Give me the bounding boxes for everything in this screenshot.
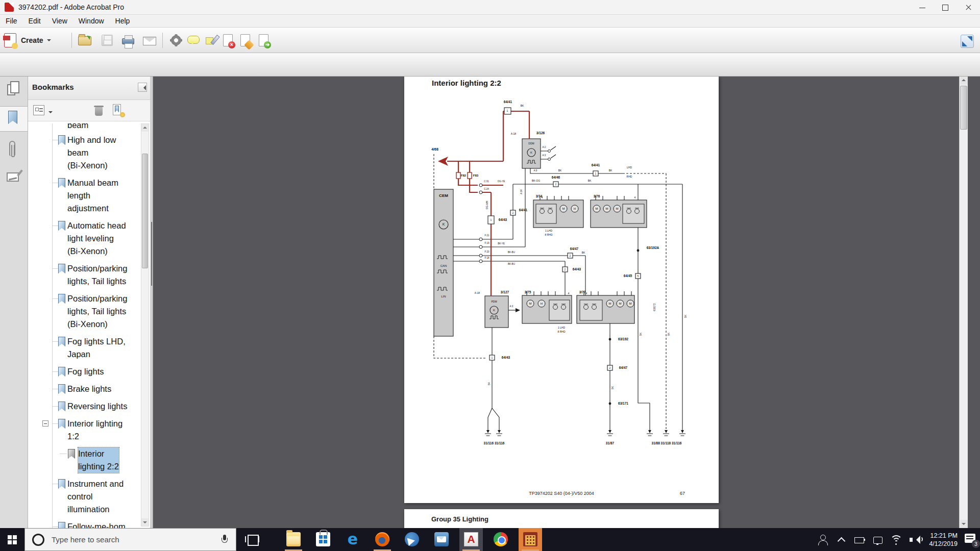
bookmark-item[interactable]: Position/parking lights, Tail lights	[28, 262, 140, 288]
bookmark-item[interactable]: beam	[28, 123, 140, 132]
task-view-button[interactable]	[244, 532, 261, 547]
menu-edit[interactable]: Edit	[23, 15, 46, 27]
export-page-button[interactable]: ➜	[255, 32, 273, 48]
save-button[interactable]	[99, 32, 116, 48]
diagram-label: BK	[667, 333, 670, 336]
show-hidden-icons-chevron[interactable]	[835, 533, 848, 546]
pdf-next-page: Group 35 Lighting	[404, 509, 719, 528]
create-button[interactable]: Create	[4, 32, 66, 49]
taskbar-file-explorer[interactable]	[282, 528, 305, 551]
diagram-label: A:2	[543, 146, 546, 148]
bookmark-item[interactable]: Brake lights	[28, 383, 140, 395]
diagram-label: 64/47	[619, 366, 627, 369]
bookmark-label: Manual beam length adjustment	[67, 178, 118, 213]
diagram-label: F:19	[484, 242, 489, 244]
people-icon[interactable]	[816, 533, 829, 546]
taskbar-search-box[interactable]: Type here to search	[24, 528, 236, 551]
scrollbar-thumb[interactable]	[142, 154, 148, 268]
bookmark-label: Reversing lights	[67, 402, 127, 411]
bookmark-item[interactable]: Interior lighting 2:2	[28, 447, 140, 473]
diagram-label: 3/76	[594, 194, 600, 198]
bookmark-item[interactable]: Automatic head light leveling (Bi-Xenon)	[28, 219, 140, 258]
doc-scrollbar-thumb[interactable]	[960, 86, 967, 130]
taskbar-clock[interactable]: 12:21 PM 4/12/2019	[929, 532, 958, 548]
comment-tool-button[interactable]	[185, 32, 202, 48]
start-button[interactable]	[0, 528, 24, 551]
menu-view[interactable]: View	[46, 15, 73, 27]
signatures-tab[interactable]	[0, 166, 28, 192]
taskbar-edge[interactable]: e	[341, 528, 364, 551]
menu-window[interactable]: Window	[73, 15, 110, 27]
create-caret-icon	[47, 39, 51, 43]
email-icon	[143, 37, 156, 45]
options-list-icon	[33, 105, 44, 115]
doc-scrollbar-up-arrow[interactable]	[960, 77, 968, 85]
diagram-label: M	[619, 302, 621, 306]
open-file-button[interactable]	[77, 32, 94, 48]
bookmark-item[interactable]: Follow-me-hom lighting	[28, 520, 140, 528]
collapse-expander-icon[interactable]	[42, 420, 48, 427]
diagram-label: H	[574, 207, 576, 211]
expand-toolbar-button[interactable]	[959, 32, 976, 48]
attachments-tab[interactable]	[0, 137, 28, 162]
delete-pages-button[interactable]: ×	[219, 32, 237, 48]
save-icon	[102, 35, 113, 46]
diagram-label: 63/192A	[647, 246, 659, 249]
doc-scrollbar-down-arrow[interactable]	[960, 520, 968, 528]
volume-icon[interactable]	[908, 533, 921, 546]
action-center-button[interactable]: 3	[963, 528, 980, 551]
scrollbar-down-arrow[interactable]	[141, 518, 149, 526]
email-button[interactable]	[141, 32, 158, 48]
device-icon[interactable]	[871, 533, 885, 546]
bookmark-item[interactable]: Fog lights	[28, 365, 140, 378]
bookmarks-tab[interactable]	[0, 106, 28, 132]
bookmark-item[interactable]: Reversing lights	[28, 400, 140, 413]
battery-icon[interactable]	[853, 533, 866, 546]
scrollbar-up-arrow[interactable]	[141, 124, 149, 132]
bookmark-options-button[interactable]	[33, 105, 53, 116]
diagram-label: OG-YE	[498, 180, 505, 183]
taskbar-chrome[interactable]	[489, 528, 512, 551]
pdf-page: Interior lighting 2:2	[404, 77, 719, 503]
close-button[interactable]	[957, 0, 980, 15]
taskbar-attention-app[interactable]	[519, 528, 542, 551]
menu-file[interactable]: File	[0, 15, 23, 27]
bookmark-item[interactable]: Instrument and control illumination	[28, 478, 140, 516]
new-bookmark-button[interactable]	[113, 104, 125, 117]
diagram-label: 64/46	[552, 176, 560, 179]
diagram-label: 3/75	[525, 290, 531, 294]
taskbar-thunderbird[interactable]	[400, 528, 424, 551]
insert-pages-button[interactable]	[237, 32, 254, 48]
microphone-icon[interactable]	[222, 535, 228, 545]
page-thumbnails-tab[interactable]	[0, 79, 28, 105]
bookmark-item[interactable]: Manual beam length adjustment	[28, 177, 140, 215]
collapse-panel-button[interactable]	[138, 83, 147, 92]
diagram-label: 2	[512, 211, 514, 214]
taskbar-mail[interactable]	[430, 528, 453, 551]
print-button[interactable]	[119, 32, 137, 48]
bookmark-item[interactable]: High and low beam (Bi-Xenon)	[28, 134, 140, 172]
bookmark-icon	[58, 522, 65, 528]
bookmarks-scrollbar[interactable]	[141, 123, 149, 527]
menu-help[interactable]: Help	[110, 15, 136, 27]
diagram-label: C:24	[484, 188, 489, 190]
system-tray: 12:21 PM 4/12/2019 3	[814, 528, 980, 551]
bookmark-item[interactable]: Fog lights LHD, Japan	[28, 335, 140, 361]
bookmark-item[interactable]: Interior lighting 1:2	[28, 417, 140, 443]
expand-toolbar-icon	[961, 35, 974, 48]
maximize-button[interactable]	[934, 0, 957, 15]
page-footer-number: 67	[680, 491, 685, 496]
wifi-icon[interactable]	[890, 533, 903, 546]
delete-bookmark-button[interactable]	[93, 105, 105, 117]
diagram-label: CEM	[439, 193, 448, 198]
create-pdf-icon	[4, 33, 16, 47]
taskbar-acrobat[interactable]: A	[459, 528, 483, 551]
minimize-button[interactable]	[911, 0, 934, 15]
bookmark-item[interactable]: Position/parking lights, Tail lights (Bi…	[28, 292, 140, 331]
window-title: 3974202.pdf - Adobe Acrobat Pro	[18, 3, 124, 11]
highlight-button[interactable]	[202, 32, 219, 48]
taskbar-store[interactable]	[311, 528, 335, 551]
settings-button[interactable]	[167, 32, 185, 48]
taskbar-firefox[interactable]	[371, 528, 394, 551]
document-scrollbar[interactable]	[959, 77, 968, 528]
